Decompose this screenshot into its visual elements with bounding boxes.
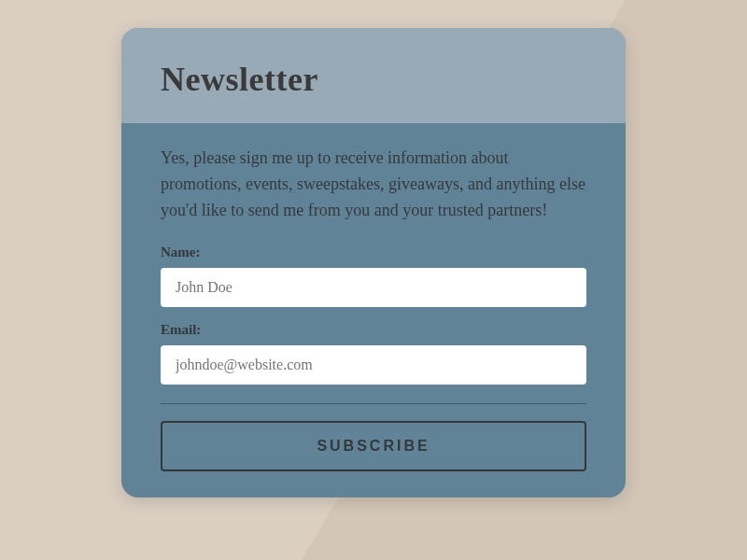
email-label: Email: <box>161 322 586 338</box>
subscribe-button[interactable]: SUBSCRIBE <box>161 421 586 471</box>
name-field-group: Name: <box>161 245 586 307</box>
email-field-group: Email: <box>161 322 586 385</box>
card-body: Yes, please sign me up to receive inform… <box>121 123 626 497</box>
divider <box>161 403 586 404</box>
card-title: Newsletter <box>161 60 588 99</box>
name-label: Name: <box>161 245 586 260</box>
card-description: Yes, please sign me up to receive inform… <box>161 146 586 224</box>
email-input[interactable] <box>161 345 586 385</box>
card-header: Newsletter <box>121 28 626 123</box>
name-input[interactable] <box>161 268 586 307</box>
newsletter-card: Newsletter Yes, please sign me up to rec… <box>121 28 626 497</box>
